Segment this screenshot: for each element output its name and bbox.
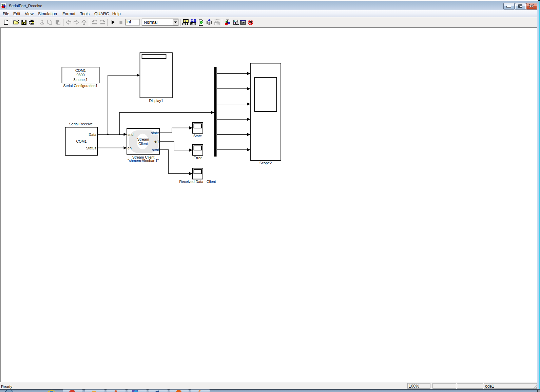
svg-text:Serial Receive: Serial Receive <box>69 122 93 126</box>
svg-text:8,none,1: 8,none,1 <box>73 78 88 82</box>
svg-text:sent: sent <box>152 148 159 152</box>
svg-text:Error: Error <box>194 156 202 160</box>
svg-text:err: err <box>154 139 159 143</box>
svg-text:Serial Configuration1: Serial Configuration1 <box>63 84 98 88</box>
svg-text:Scope2: Scope2 <box>259 161 272 165</box>
svg-text:snd: snd <box>128 132 133 137</box>
svg-text:en: en <box>128 146 132 150</box>
svg-text:"shmem://foobar:1": "shmem://foobar:1" <box>128 159 159 163</box>
svg-text:Data: Data <box>89 132 96 137</box>
svg-text:Received Data - Client: Received Data - Client <box>179 180 216 184</box>
svg-text:Client: Client <box>138 142 148 146</box>
svg-text:COM1: COM1 <box>76 139 86 143</box>
svg-text:Display1: Display1 <box>149 99 163 103</box>
svg-text:State: State <box>193 134 202 138</box>
svg-text:COM1: COM1 <box>75 68 86 73</box>
svg-text:Stream: Stream <box>137 137 149 141</box>
svg-text:state: state <box>151 131 159 135</box>
svg-text:9600: 9600 <box>76 73 84 77</box>
svg-text:Status: Status <box>86 146 96 150</box>
